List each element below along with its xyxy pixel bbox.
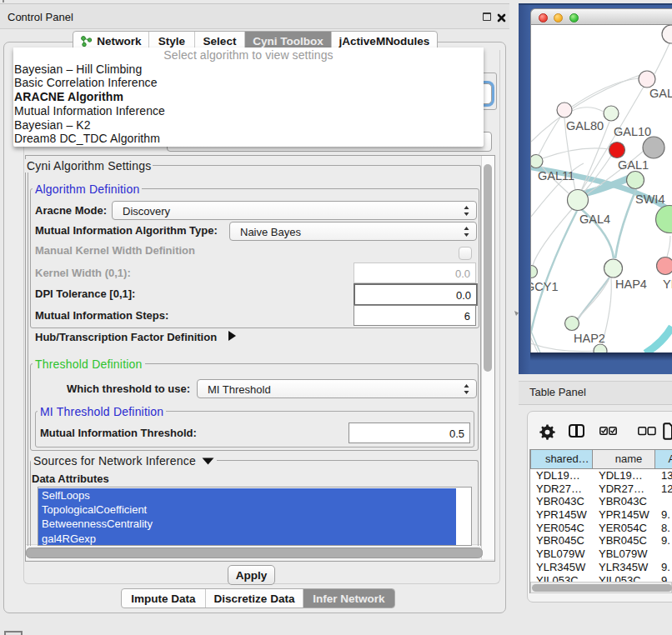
svg-text:GAL10: GAL10 bbox=[614, 125, 651, 138]
svg-text:GAL80: GAL80 bbox=[566, 119, 604, 132]
svg-text:GCY1: GCY1 bbox=[531, 280, 559, 293]
svg-text:HAP4: HAP4 bbox=[615, 278, 647, 291]
svg-text:GAL2: GAL2 bbox=[649, 87, 672, 100]
svg-text:HAP2: HAP2 bbox=[574, 332, 605, 345]
svg-text:GAL4: GAL4 bbox=[579, 212, 610, 226]
svg-text:SWI4: SWI4 bbox=[635, 192, 664, 206]
svg-text:YP: YP bbox=[663, 278, 672, 291]
svg-text:GAL11: GAL11 bbox=[538, 169, 574, 182]
svg-text:GAL1: GAL1 bbox=[618, 158, 649, 172]
